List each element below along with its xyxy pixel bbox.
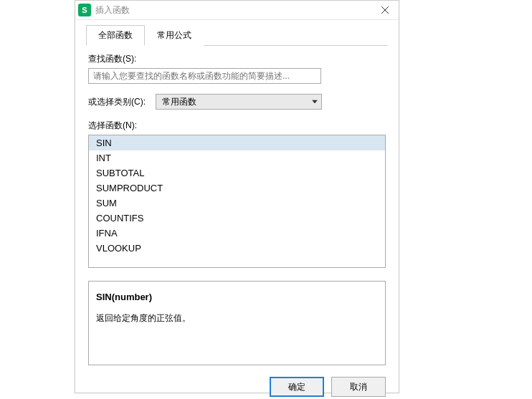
function-description: 返回给定角度的正弦值。 xyxy=(96,312,378,325)
category-select[interactable]: 常用函数 xyxy=(156,94,322,110)
list-item[interactable]: COUNTIFS xyxy=(89,211,385,226)
dialog-body: 全部函数 常用公式 查找函数(S): 或选择类别(C): 常用函数 选择函数(N… xyxy=(75,24,399,399)
button-row: 确定 取消 xyxy=(75,365,399,399)
list-item[interactable]: SIN xyxy=(89,135,385,150)
function-list-label: 选择函数(N): xyxy=(88,120,386,132)
content-area: 查找函数(S): 或选择类别(C): 常用函数 选择函数(N): SIN INT xyxy=(75,46,399,365)
function-listbox[interactable]: SIN INT SUBTOTAL SUMPRODUCT SUM COUNTIFS… xyxy=(88,135,386,268)
list-item[interactable]: IFNA xyxy=(89,226,385,241)
search-label: 查找函数(S): xyxy=(88,53,386,65)
tab-all-functions[interactable]: 全部函数 xyxy=(86,25,145,46)
list-item[interactable]: SUMPRODUCT xyxy=(89,181,385,196)
list-item[interactable]: VLOOKUP xyxy=(89,241,385,256)
list-item[interactable]: SUM xyxy=(89,196,385,211)
category-row: 或选择类别(C): 常用函数 xyxy=(88,94,386,110)
list-item[interactable]: INT xyxy=(89,150,385,165)
cancel-button[interactable]: 取消 xyxy=(331,377,386,397)
tab-common-formulas[interactable]: 常用公式 xyxy=(145,25,204,46)
titlebar: S 插入函数 xyxy=(75,1,399,20)
category-selected-value: 常用函数 xyxy=(162,96,196,108)
tab-bar: 全部函数 常用公式 xyxy=(86,24,388,46)
search-input[interactable] xyxy=(88,68,321,84)
category-select-wrap: 常用函数 xyxy=(156,94,322,110)
window-title: 插入函数 xyxy=(95,4,374,16)
list-item[interactable]: SUBTOTAL xyxy=(89,165,385,181)
function-signature: SIN(number) xyxy=(96,292,378,302)
category-label: 或选择类别(C): xyxy=(88,96,146,108)
close-button[interactable] xyxy=(374,3,396,17)
insert-function-dialog: S 插入函数 全部函数 常用公式 查找函数(S): 或选择类别(C): 常用函数 xyxy=(75,0,399,393)
description-panel: SIN(number) 返回给定角度的正弦值。 xyxy=(88,281,386,365)
app-icon: S xyxy=(78,4,91,16)
ok-button[interactable]: 确定 xyxy=(270,377,324,397)
close-icon xyxy=(381,6,389,14)
